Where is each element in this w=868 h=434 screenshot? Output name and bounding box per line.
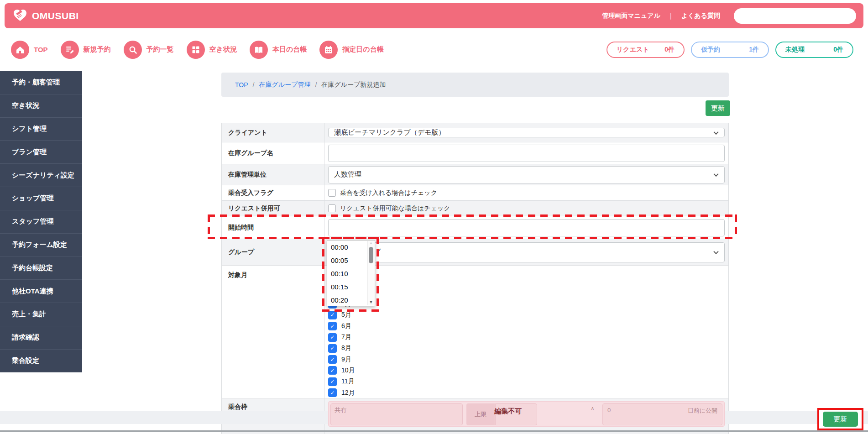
calendar-icon xyxy=(319,41,338,59)
sidebar-item-ledger-settings[interactable]: 予約台帳設定 xyxy=(0,256,82,280)
sidebar-item-seasonality[interactable]: シーズナリティ設定 xyxy=(0,164,82,187)
sidebar-item-reservation-customer[interactable]: 予約・顧客管理 xyxy=(0,71,82,94)
scrollbar-thumb[interactable] xyxy=(369,247,373,263)
month-item[interactable]: ✓ 10月 xyxy=(328,365,725,376)
chevron-down-icon xyxy=(713,171,718,176)
sidebar-item-share-settings[interactable]: 乗合設定 xyxy=(0,350,82,373)
app-header: OMUSUBI 管理画面マニュアル ｜ よくある質問 xyxy=(5,3,863,28)
sidebar-item-shift[interactable]: シフト管理 xyxy=(0,118,82,141)
dropdown-scrollbar[interactable]: ▲ ▼ xyxy=(367,241,374,305)
update-button-top[interactable]: 更新 xyxy=(706,100,730,116)
month-label: 7月 xyxy=(341,333,351,341)
nav-item-today-ledger[interactable]: 本日の台帳 xyxy=(250,41,307,59)
field-label: 乗合受入フラグ xyxy=(222,185,324,200)
update-button-bottom[interactable]: 更新 xyxy=(823,412,858,427)
month-item[interactable]: ✓ 5月 xyxy=(328,309,725,320)
month-item[interactable]: ✓ 12月 xyxy=(328,387,725,398)
field-label: リクエスト併用可 xyxy=(222,201,324,216)
sidebar-item-ota[interactable]: 他社OTA連携 xyxy=(0,280,82,303)
scroll-up-icon[interactable]: ▲ xyxy=(368,241,374,245)
scroll-down-icon[interactable]: ▼ xyxy=(368,300,374,304)
breadcrumb-separator: / xyxy=(253,81,255,89)
nav-item-date-ledger[interactable]: 指定日の台帳 xyxy=(319,41,383,59)
nav-item-new-reservation[interactable]: 新規予約 xyxy=(61,41,111,59)
sidebar-item-staff[interactable]: スタッフ管理 xyxy=(0,210,82,234)
month-item[interactable]: ✓ 6月 xyxy=(328,321,725,332)
sidebar-item-reservation-form[interactable]: 予約フォーム設定 xyxy=(0,234,82,257)
group-select[interactable] xyxy=(328,242,725,262)
breadcrumb-current-page: 在庫グループ新規追加 xyxy=(321,81,386,89)
manual-link[interactable]: 管理画面マニュアル xyxy=(602,12,660,20)
bottom-divider-line xyxy=(0,430,868,432)
check-icon: ✓ xyxy=(330,357,335,362)
month-checkbox-list: ✓ 4月 ✓ 5月 ✓ 6月 ✓ 7月 ✓ 8月 ✓ 9月 xyxy=(324,266,728,398)
stock-unit-select[interactable]: 人数管理 xyxy=(328,166,725,183)
check-icon: ✓ xyxy=(330,324,335,329)
start-time-select[interactable] xyxy=(328,219,725,236)
client-select[interactable]: 瀬底ビーチマリンクラブ（デモ版） xyxy=(328,128,725,137)
field-label: 在庫グループ名 xyxy=(222,142,324,164)
share-flag-checkbox[interactable] xyxy=(328,189,336,197)
month-checkbox-checked[interactable]: ✓ xyxy=(328,377,337,386)
month-checkbox-checked[interactable]: ✓ xyxy=(328,322,337,330)
new-reservation-icon xyxy=(61,41,79,59)
check-icon: ✓ xyxy=(330,345,335,351)
field-label: 開始時間 xyxy=(222,216,324,239)
checkbox-label: リクエスト併用可能な場合はチェック xyxy=(340,204,450,213)
month-label: 8月 xyxy=(341,344,351,352)
grid-icon xyxy=(187,41,205,59)
nav-item-reservation-list[interactable]: 予約一覧 xyxy=(124,41,174,59)
form-row-stock-unit: 在庫管理単位 人数管理 xyxy=(222,164,728,185)
month-item[interactable]: ✓ 9月 xyxy=(328,354,725,365)
field-label: グループ xyxy=(222,239,324,265)
group-name-input[interactable] xyxy=(328,145,725,162)
omusubi-heart-logo-icon xyxy=(12,7,28,25)
check-icon: ✓ xyxy=(330,335,335,340)
sidebar-item-sales[interactable]: 売上・集計 xyxy=(0,303,82,326)
sidebar-item-plan[interactable]: プラン管理 xyxy=(0,141,82,164)
nav-label: 新規予約 xyxy=(84,45,111,54)
start-time-dropdown: 00:00 00:05 00:10 00:15 00:20 ▲ ▼ xyxy=(327,240,375,306)
month-checkbox-checked[interactable]: ✓ xyxy=(328,344,337,353)
month-item[interactable]: ✓ 4月 xyxy=(328,298,725,309)
badge-unprocessed[interactable]: 未処理 0件 xyxy=(775,42,853,58)
sidebar-item-shop[interactable]: ショップ管理 xyxy=(0,187,82,210)
form-row-group: グループ xyxy=(222,239,728,266)
faq-link[interactable]: よくある質問 xyxy=(681,12,720,20)
nav-item-availability[interactable]: 空き状況 xyxy=(187,41,237,59)
field-label: 在庫管理単位 xyxy=(222,164,324,185)
breadcrumb-group-management-link[interactable]: 在庫グループ管理 xyxy=(259,81,310,89)
header-search-input[interactable] xyxy=(734,8,856,24)
form-row-group-name: 在庫グループ名 xyxy=(222,142,728,164)
sidebar-item-availability[interactable]: 空き状況 xyxy=(0,94,82,118)
sidebar-item-billing[interactable]: 請求確認 xyxy=(0,326,82,350)
month-label: 6月 xyxy=(341,322,351,330)
month-checkbox-checked[interactable]: ✓ xyxy=(328,333,337,342)
share-slot-disabled-zone: 共有 上限 0 ∧ 編集不可 0 日前に公開 xyxy=(328,401,725,427)
check-icon: ✓ xyxy=(330,312,335,318)
brand-logo[interactable]: OMUSUBI xyxy=(12,7,79,25)
badge-request[interactable]: リクエスト 0件 xyxy=(607,42,685,58)
status-badges: リクエスト 0件 仮予約 1件 未処理 0件 xyxy=(607,42,857,58)
month-item[interactable]: ✓ 7月 xyxy=(328,332,725,343)
search-icon xyxy=(124,41,142,59)
month-item[interactable]: ✓ 8月 xyxy=(328,343,725,354)
month-label: 5月 xyxy=(341,311,351,319)
nav-label: 予約一覧 xyxy=(146,45,174,54)
request-combo-checkbox[interactable] xyxy=(328,204,336,212)
month-checkbox-checked[interactable]: ✓ xyxy=(328,311,337,319)
form-row-target-month: 対象月 ✓ 4月 ✓ 5月 ✓ 6月 ✓ 7月 ✓ 8月 ✓ xyxy=(222,266,728,398)
month-checkbox-checked[interactable]: ✓ xyxy=(328,366,337,375)
publish-days-label: 日前に公開 xyxy=(688,407,717,425)
share-slot-publish-field: 0 日前に公開 xyxy=(602,403,722,425)
month-item[interactable]: ✓ 11月 xyxy=(328,376,725,387)
nav-item-top[interactable]: TOP xyxy=(11,41,48,59)
annotation-solid-box-update-button: 更新 xyxy=(817,408,863,430)
month-checkbox-checked[interactable]: ✓ xyxy=(328,388,337,397)
badge-tentative-reservation[interactable]: 仮予約 1件 xyxy=(691,42,769,58)
form-row-request-combo: リクエスト併用可 リクエスト併用可能な場合はチェック xyxy=(222,201,728,216)
nav-label: 空き状況 xyxy=(209,45,237,54)
breadcrumb-top-link[interactable]: TOP xyxy=(235,81,248,89)
month-checkbox-checked[interactable]: ✓ xyxy=(328,355,337,364)
chevron-down-icon xyxy=(713,249,718,254)
